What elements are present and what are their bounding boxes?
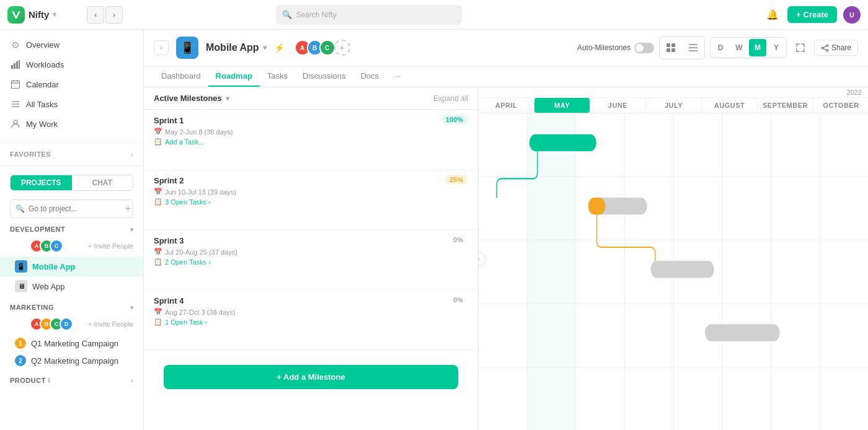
marketing-avatars: A B C D	[30, 317, 69, 331]
month-view-btn[interactable]: M	[749, 39, 766, 56]
go-to-project-input[interactable]	[29, 204, 122, 213]
sprint1-bar[interactable]	[529, 134, 596, 151]
sprint4-progress: 0%	[448, 295, 468, 305]
product-group-header[interactable]: PRODUCT ℹ ›	[0, 373, 143, 388]
chat-tab[interactable]: CHAT	[72, 175, 133, 190]
product-label: PRODUCT ℹ	[10, 377, 51, 384]
all-tasks-icon	[10, 99, 21, 110]
sidebar-divider	[0, 143, 143, 143]
add-project-icon[interactable]: +	[125, 203, 131, 214]
projects-chat-tabs: PROJECTS CHAT	[10, 175, 133, 191]
share-btn[interactable]: Share	[814, 40, 858, 56]
dev-invite-people[interactable]: + Invite People	[88, 242, 133, 250]
add-milestone-btn[interactable]: + Add a Milestone	[164, 365, 458, 389]
month-august: AUGUST	[702, 98, 758, 113]
milestone-row-sprint3: Sprint 3 0% 📅 Jul 20-Aug 25 (37 days) 📋 …	[144, 230, 478, 290]
sidebar-item-my-work[interactable]: My Work	[0, 114, 143, 134]
sidebar-item-workloads[interactable]: Workloads	[0, 55, 143, 74]
sprint1-date-text: May 2-Jun 8 (38 days)	[165, 128, 232, 136]
q2-campaign-item[interactable]: 2 Q2 Marketing Campaign	[0, 352, 143, 369]
sidebar-project-mobile-app[interactable]: 📱 Mobile App	[0, 257, 143, 276]
milestones-panel: Active Milestones ▾ Expand all Sprint 1 …	[144, 87, 479, 430]
sprint3-date-text: Jul 20-Aug 25 (37 days)	[165, 248, 237, 256]
tab-roadmap[interactable]: Roadmap	[208, 66, 260, 87]
create-button[interactable]: + Create	[787, 6, 837, 23]
sprint3-tasks[interactable]: 📋 2 Open Tasks ›	[154, 258, 468, 266]
logo-area[interactable]: Nifty ▾	[7, 6, 82, 24]
sprint1-tasks[interactable]: 📋 Add a Task...	[154, 138, 468, 146]
q1-campaign-number: 1	[15, 338, 26, 349]
list-view-btn[interactable]	[683, 38, 703, 58]
development-group-header[interactable]: DEVELOPMENT ▾	[0, 222, 143, 237]
user-avatar-nav[interactable]: U	[843, 6, 861, 24]
tab-dashboard[interactable]: Dashboard	[154, 66, 208, 87]
search-small-icon: 🔍	[16, 204, 25, 213]
tab-discussions[interactable]: Discussions	[295, 66, 353, 87]
project-title[interactable]: Mobile App ▾	[206, 42, 267, 53]
sprint4-bar[interactable]	[705, 324, 779, 341]
header-avatars: A B C +	[294, 40, 350, 56]
marketing-group-header[interactable]: MARKETING ▾	[0, 300, 143, 315]
sprint1-date: 📅 May 2-Jun 8 (38 days)	[154, 128, 468, 136]
projects-tab[interactable]: PROJECTS	[11, 175, 72, 190]
sprint2-tasks[interactable]: 📋 3 Open Tasks ›	[154, 198, 468, 206]
sprint4-date: 📅 Aug 27-Oct 3 (38 days)	[154, 308, 468, 316]
sprint2-date-text: Jun 10-Jul 18 (39 days)	[165, 188, 236, 196]
sidebar-item-workloads-label: Workloads	[26, 60, 64, 69]
nav-back[interactable]: ‹	[87, 6, 104, 24]
sprint4-cal-icon: 📅	[154, 308, 162, 316]
milestone-row-sprint2: Sprint 2 25% 📅 Jun 10-Jul 18 (39 days) 📋…	[144, 170, 478, 230]
mobile-app-icon: 📱	[15, 260, 27, 273]
expand-all-btn[interactable]: Expand all	[433, 94, 468, 103]
nav-right: 🔔 + Create U	[764, 6, 861, 24]
project-icon-large: 📱	[176, 37, 198, 59]
year-view-btn[interactable]: Y	[768, 39, 785, 56]
sprint4-tasks[interactable]: 📋 1 Open Task ›	[154, 318, 468, 326]
svg-rect-2	[16, 61, 18, 69]
svg-point-19	[826, 45, 828, 46]
svg-rect-13	[671, 43, 675, 47]
search-placeholder: Search Nifty	[296, 11, 336, 19]
mkt-invite-people[interactable]: + Invite People	[88, 320, 133, 328]
roadmap-area: Active Milestones ▾ Expand all Sprint 1 …	[144, 87, 868, 430]
milestone-row-sprint1: Sprint 1 100% 📅 May 2-Jun 8 (38 days) 📋 …	[144, 110, 478, 170]
project-name: Mobile App	[206, 42, 259, 53]
notification-icon[interactable]: 🔔	[764, 6, 781, 24]
go-to-project[interactable]: 🔍 +	[10, 200, 133, 218]
active-milestones-label: Active Milestones	[154, 94, 222, 103]
fullscreen-btn[interactable]	[792, 39, 809, 56]
q2-campaign-number: 2	[15, 355, 26, 366]
sidebar-project-web-app[interactable]: 🖥 Web App	[0, 276, 143, 296]
tab-docs[interactable]: Docs	[353, 66, 386, 87]
sidebar-item-all-tasks[interactable]: All Tasks	[0, 94, 143, 114]
tab-tasks[interactable]: Tasks	[260, 66, 295, 87]
milestones-chevron: ▾	[226, 94, 229, 103]
header-right: Auto-Milestones D W M	[577, 36, 858, 59]
web-app-label: Web App	[32, 282, 65, 291]
favorites-section[interactable]: FAVORITES ›	[0, 147, 143, 162]
sidebar-collapse-btn[interactable]: ‹	[154, 40, 169, 55]
connector-sprint1-start	[497, 151, 538, 198]
tab-more[interactable]: ···	[386, 66, 408, 87]
q1-campaign-item[interactable]: 1 Q1 Marketing Campaign	[0, 335, 143, 352]
sprint3-progress: 0%	[448, 235, 468, 245]
sprint2-progress: 25%	[445, 175, 468, 185]
bolt-icon: ⚡	[274, 43, 285, 53]
week-view-btn[interactable]: W	[730, 39, 748, 56]
search-bar[interactable]: 🔍 Search Nifty	[276, 5, 462, 25]
marketing-label: MARKETING	[10, 304, 54, 311]
add-member-btn[interactable]: +	[334, 40, 350, 56]
sidebar-item-all-tasks-label: All Tasks	[26, 100, 58, 109]
q1-campaign-label: Q1 Marketing Campaign	[31, 339, 118, 348]
sprint3-cal-icon: 📅	[154, 248, 162, 256]
nav-forward[interactable]: ›	[105, 6, 123, 24]
sprint3-bar[interactable]	[650, 261, 714, 278]
sidebar-item-calendar[interactable]: Calendar	[0, 74, 143, 94]
day-view-btn[interactable]: D	[712, 39, 729, 56]
sprint1-name: Sprint 1	[154, 116, 184, 125]
auto-milestones-toggle[interactable]	[634, 43, 654, 53]
sidebar-item-overview[interactable]: ⊙ Overview	[0, 35, 143, 55]
grid-view-btn[interactable]	[661, 38, 681, 58]
development-chevron: ▾	[130, 226, 134, 233]
sprint4-tasks-text: 1 Open Task ›	[165, 318, 207, 326]
